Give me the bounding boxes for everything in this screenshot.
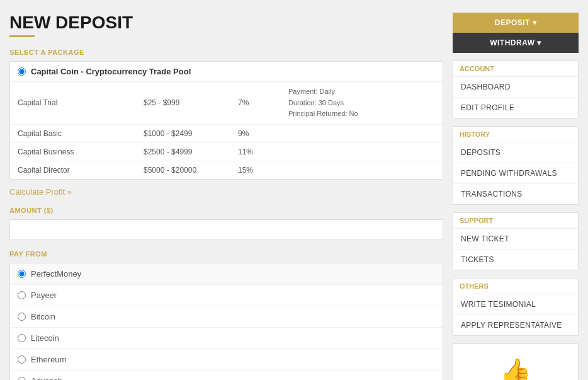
- sidebar-item-history[interactable]: PENDING WITHDRAWALS: [453, 163, 578, 184]
- sidebar-item-history[interactable]: TRANSACTIONS: [453, 184, 578, 204]
- pay-radio[interactable]: [18, 334, 26, 342]
- package-plan-name: Capital Business: [10, 142, 136, 161]
- pay-label: Payeer: [31, 291, 57, 300]
- sidebar-item-account[interactable]: EDIT PROFILE: [453, 98, 578, 118]
- sidebar-item-others[interactable]: APPLY REPRESENTATAIVE: [453, 315, 578, 335]
- pay-option[interactable]: Payeer: [10, 285, 443, 306]
- amount-input[interactable]: [9, 219, 443, 240]
- deposit-button[interactable]: DEPOSIT ▾: [453, 13, 579, 33]
- pay-label: Bitcoin: [31, 312, 55, 321]
- package-info: [281, 161, 443, 179]
- pay-from-label: PAY FROM: [9, 250, 443, 258]
- support-menu: NEW TICKETTICKETS: [453, 229, 578, 270]
- pay-option[interactable]: Advcash: [10, 371, 443, 380]
- sidebar-item-others[interactable]: WRITE TESIMONIAL: [453, 294, 578, 315]
- sidebar-btn-group: DEPOSIT ▾ WITHDRAW ▾: [453, 13, 579, 53]
- pay-radio[interactable]: [18, 355, 26, 364]
- sidebar-others-section: OTHERS WRITE TESIMONIALAPPLY REPRESENTAT…: [453, 278, 579, 336]
- select-package-label: SELECT A PACKAGE: [9, 49, 443, 56]
- package-info: Payment: DailyDuration: 30 DaysPrincipal…: [281, 82, 443, 124]
- pay-from-box: PerfectMoneyPayeerBitcoinLitecoinEthereu…: [9, 263, 443, 380]
- history-menu: DEPOSITSPENDING WITHDRAWALSTRANSACTIONS: [453, 142, 578, 204]
- sidebar-account-section: ACCOUNT DASHBOARDEDIT PROFILE: [453, 60, 579, 118]
- package-rate: 15%: [230, 161, 281, 179]
- sidebar-support-section: SUPPORT NEW TICKETTICKETS: [453, 212, 579, 270]
- sidebar-item-support[interactable]: TICKETS: [453, 250, 578, 270]
- package-header: Capital Coin - Cryptocurrency Trade Pool: [10, 62, 443, 82]
- account-menu: DASHBOARDEDIT PROFILE: [453, 77, 578, 118]
- package-rate: 9%: [230, 124, 281, 142]
- pay-label: PerfectMoney: [31, 269, 81, 279]
- pay-radio[interactable]: [18, 270, 26, 278]
- package-range: $1000 - $2499: [136, 124, 230, 142]
- table-row[interactable]: Capital Trial $25 - $999 7% Payment: Dai…: [10, 82, 443, 124]
- package-plan-name: Capital Basic: [10, 124, 136, 142]
- pay-label: Advcash: [31, 376, 62, 380]
- package-range: $2500 - $4999: [136, 142, 230, 161]
- package-box: Capital Coin - Cryptocurrency Trade Pool…: [9, 61, 443, 180]
- others-section-title: OTHERS: [453, 279, 578, 294]
- pay-label: Litecoin: [31, 333, 59, 343]
- sidebar-history-section: HISTORY DEPOSITSPENDING WITHDRAWALSTRANS…: [453, 126, 579, 205]
- pay-option[interactable]: Bitcoin: [10, 306, 443, 328]
- account-section-title: ACCOUNT: [453, 61, 578, 77]
- sidebar-item-account[interactable]: DASHBOARD: [453, 77, 578, 98]
- package-range: $5000 - $20000: [136, 161, 230, 179]
- sidebar-item-support[interactable]: NEW TICKET: [453, 229, 578, 250]
- package-table: Capital Trial $25 - $999 7% Payment: Dai…: [10, 82, 443, 179]
- history-section-title: HISTORY: [453, 127, 578, 142]
- pay-option[interactable]: Ethereum: [10, 349, 443, 371]
- others-menu: WRITE TESIMONIALAPPLY REPRESENTATAIVE: [453, 294, 578, 335]
- pay-radio[interactable]: [18, 313, 26, 321]
- package-rate: 7%: [230, 82, 281, 124]
- package-range: $25 - $999: [136, 82, 230, 124]
- package-info: [281, 124, 443, 142]
- pay-radio[interactable]: [18, 377, 26, 380]
- package-rate: 11%: [230, 142, 281, 161]
- title-underline: [9, 35, 35, 37]
- pay-label: Ethereum: [31, 355, 66, 364]
- happy-earnings-box: 👍 Happy with your earnings: [453, 343, 579, 380]
- sidebar-item-history[interactable]: DEPOSITS: [453, 142, 578, 163]
- table-row[interactable]: Capital Director $5000 - $20000 15%: [10, 161, 443, 179]
- sidebar: DEPOSIT ▾ WITHDRAW ▾ ACCOUNT DASHBOARDED…: [453, 13, 579, 380]
- thumbs-icon: 👍: [463, 357, 568, 380]
- package-plan-name: Capital Trial: [10, 82, 136, 124]
- package-radio[interactable]: [18, 67, 26, 76]
- package-plan-name: Capital Director: [10, 161, 136, 179]
- pay-option[interactable]: PerfectMoney: [10, 263, 443, 285]
- amount-label: AMOUNT ($): [9, 207, 443, 214]
- pay-radio[interactable]: [18, 291, 26, 299]
- calculate-profit-link[interactable]: Calculate Profit »: [9, 187, 72, 197]
- pay-option[interactable]: Litecoin: [10, 328, 443, 349]
- table-row[interactable]: Capital Basic $1000 - $2499 9%: [10, 124, 443, 142]
- support-section-title: SUPPORT: [453, 213, 578, 229]
- page-title: NEW DEPOSIT: [9, 13, 443, 33]
- withdraw-button[interactable]: WITHDRAW ▾: [453, 33, 579, 53]
- package-name: Capital Coin - Cryptocurrency Trade Pool: [31, 67, 191, 76]
- main-content: NEW DEPOSIT SELECT A PACKAGE Capital Coi…: [9, 13, 443, 380]
- package-info: [281, 142, 443, 161]
- table-row[interactable]: Capital Business $2500 - $4999 11%: [10, 142, 443, 161]
